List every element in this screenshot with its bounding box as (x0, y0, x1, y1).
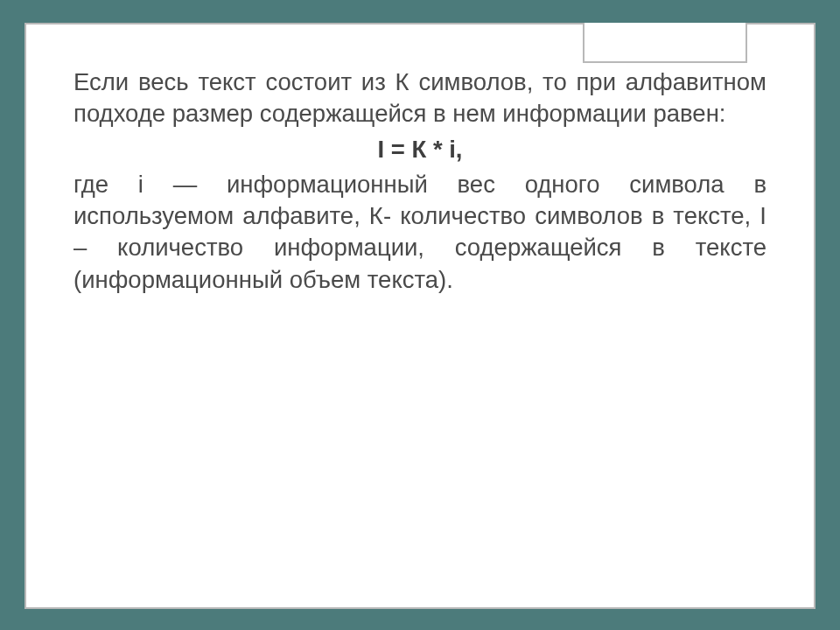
corner-tab (583, 23, 747, 63)
slide-text: Если весь текст состоит из К символов, т… (74, 66, 766, 296)
content-panel: Если весь текст состоит из К символов, т… (24, 23, 816, 609)
intro-paragraph: Если весь текст состоит из К символов, т… (74, 66, 766, 130)
definition-paragraph: где i — информационный вес одного символ… (74, 169, 766, 296)
slide-background: Если весь текст состоит из К символов, т… (0, 0, 840, 630)
formula-line: I = К * i, (74, 134, 766, 165)
